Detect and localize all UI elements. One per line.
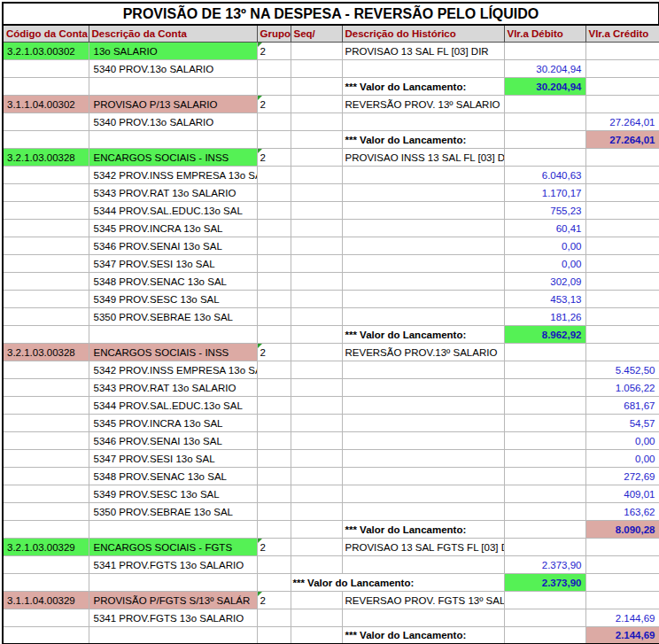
cell-account-name[interactable] bbox=[89, 574, 257, 592]
cell-seq[interactable] bbox=[291, 167, 342, 184]
cell-seq[interactable] bbox=[291, 468, 342, 485]
cell-account-name[interactable] bbox=[89, 78, 257, 96]
cell-account-name[interactable]: ENCARGOS SOCIAIS - FGTS bbox=[89, 539, 257, 556]
cell-seq[interactable] bbox=[291, 255, 342, 273]
cell-grupo[interactable] bbox=[257, 397, 291, 415]
cell-total-credit[interactable] bbox=[585, 78, 659, 96]
cell-debit[interactable] bbox=[504, 149, 585, 167]
cell-grupo[interactable] bbox=[257, 291, 291, 308]
cell-credit[interactable] bbox=[585, 308, 659, 326]
cell-debit[interactable] bbox=[504, 379, 585, 397]
cell-account-code[interactable] bbox=[3, 450, 89, 468]
cell-account-code[interactable] bbox=[3, 574, 89, 592]
cell-account-name[interactable]: 5340 PROV.13o SALARIO bbox=[89, 113, 257, 131]
cell-historic[interactable] bbox=[342, 291, 504, 308]
cell-historic[interactable] bbox=[342, 237, 504, 255]
cell-historic[interactable] bbox=[342, 361, 504, 379]
cell-seq[interactable] bbox=[291, 273, 342, 291]
cell-account-name[interactable]: 5350 PROV.SEBRAE 13o SAL bbox=[89, 503, 257, 521]
cell-account-code[interactable] bbox=[3, 556, 89, 574]
cell-grupo[interactable] bbox=[257, 184, 291, 202]
cell-seq[interactable] bbox=[291, 308, 342, 326]
cell-account-code[interactable] bbox=[3, 60, 89, 78]
valor-label-cell[interactable]: *** Valor do Lancamento: bbox=[342, 521, 504, 539]
cell-account-code[interactable] bbox=[3, 397, 89, 415]
cell-historic[interactable]: REVERSÃO PROV.13º SALARIO bbox=[342, 344, 504, 361]
valor-label-cell[interactable]: *** Valor do Lancamento: bbox=[342, 78, 504, 96]
cell-account-code[interactable] bbox=[3, 627, 89, 644]
cell-total-credit[interactable] bbox=[585, 326, 659, 344]
cell-account-code[interactable] bbox=[3, 202, 89, 220]
cell-debit[interactable]: 0,00 bbox=[504, 255, 585, 273]
cell-credit[interactable]: 272,69 bbox=[585, 468, 659, 485]
cell-debit[interactable]: 2.373,90 bbox=[504, 556, 585, 574]
cell-grupo[interactable] bbox=[257, 609, 291, 627]
cell-grupo[interactable] bbox=[257, 167, 291, 184]
cell-historic[interactable]: PROVISAO 13 SAL FL [03] DIR bbox=[342, 43, 504, 60]
cell-credit[interactable]: 163,62 bbox=[585, 503, 659, 521]
cell-seq[interactable] bbox=[291, 96, 342, 113]
cell-debit[interactable]: 0,00 bbox=[504, 237, 585, 255]
cell-account-code[interactable] bbox=[3, 78, 89, 96]
cell-credit[interactable]: 5.452,50 bbox=[585, 361, 659, 379]
cell-debit[interactable]: 6.040,63 bbox=[504, 167, 585, 184]
cell-seq[interactable] bbox=[291, 326, 342, 344]
cell-grupo[interactable] bbox=[257, 131, 291, 149]
cell-credit[interactable] bbox=[585, 273, 659, 291]
cell-account-name[interactable]: ENCARGOS SOCIAIS - INSS bbox=[89, 344, 257, 361]
cell-debit[interactable]: 755,23 bbox=[504, 202, 585, 220]
cell-seq[interactable] bbox=[291, 609, 342, 627]
cell-debit[interactable]: 453,13 bbox=[504, 291, 585, 308]
cell-debit[interactable]: 302,09 bbox=[504, 273, 585, 291]
cell-grupo[interactable]: 2 bbox=[257, 96, 291, 113]
cell-debit[interactable]: 1.170,17 bbox=[504, 184, 585, 202]
cell-historic[interactable] bbox=[342, 503, 504, 521]
cell-account-name[interactable]: ENCARGOS SOCIAIS - INSS bbox=[89, 149, 257, 167]
cell-credit[interactable] bbox=[585, 592, 659, 609]
cell-debit[interactable] bbox=[504, 468, 585, 485]
cell-account-code[interactable] bbox=[3, 273, 89, 291]
cell-account-code[interactable] bbox=[3, 361, 89, 379]
cell-account-name[interactable]: 5342 PROV.INSS EMPRESA 13o SA bbox=[89, 167, 257, 184]
cell-debit[interactable] bbox=[504, 96, 585, 113]
cell-account-code[interactable] bbox=[3, 167, 89, 184]
cell-debit[interactable] bbox=[504, 539, 585, 556]
cell-debit[interactable]: 60,41 bbox=[504, 220, 585, 237]
cell-seq[interactable] bbox=[291, 415, 342, 432]
cell-account-code[interactable] bbox=[3, 113, 89, 131]
cell-debit[interactable] bbox=[504, 415, 585, 432]
cell-account-name[interactable]: 5344 PROV.SAL.EDUC.13o SAL bbox=[89, 397, 257, 415]
cell-account-name[interactable]: 5343 PROV.RAT 13o SALARIO bbox=[89, 379, 257, 397]
cell-account-name[interactable]: 5347 PROV.SESI 13o SAL bbox=[89, 450, 257, 468]
cell-grupo[interactable]: 2 bbox=[257, 149, 291, 167]
cell-credit[interactable]: 2.144,69 bbox=[585, 609, 659, 627]
cell-grupo[interactable] bbox=[257, 220, 291, 237]
cell-debit[interactable] bbox=[504, 592, 585, 609]
cell-account-code[interactable]: 3.1.1.04.00302 bbox=[3, 96, 89, 113]
cell-historic[interactable]: PROVISAO 13 SAL FGTS FL [03] DI bbox=[342, 539, 504, 556]
cell-grupo[interactable] bbox=[257, 237, 291, 255]
cell-account-code[interactable] bbox=[3, 609, 89, 627]
cell-account-name[interactable]: PROVISAO P/13 SALARIO bbox=[89, 96, 257, 113]
cell-account-code[interactable]: 3.2.1.03.00302 bbox=[3, 43, 89, 60]
cell-historic[interactable] bbox=[342, 184, 504, 202]
cell-grupo[interactable] bbox=[257, 485, 291, 503]
valor-label-cell[interactable]: *** Valor do Lancamento: bbox=[342, 326, 504, 344]
cell-debit[interactable] bbox=[504, 397, 585, 415]
cell-historic[interactable] bbox=[342, 202, 504, 220]
cell-account-name[interactable] bbox=[89, 521, 257, 539]
cell-credit[interactable] bbox=[585, 344, 659, 361]
cell-seq[interactable] bbox=[291, 131, 342, 149]
cell-debit[interactable] bbox=[504, 609, 585, 627]
cell-account-code[interactable] bbox=[3, 485, 89, 503]
cell-account-name[interactable]: 5341 PROV.FGTS 13o SALARIO bbox=[89, 609, 257, 627]
cell-total-debit[interactable]: 8.962,92 bbox=[504, 326, 585, 344]
cell-account-name[interactable]: 5345 PROV.INCRA 13o SAL bbox=[89, 415, 257, 432]
cell-credit[interactable] bbox=[585, 220, 659, 237]
cell-account-code[interactable] bbox=[3, 432, 89, 450]
cell-seq[interactable] bbox=[291, 113, 342, 131]
cell-credit[interactable]: 681,67 bbox=[585, 397, 659, 415]
cell-account-code[interactable] bbox=[3, 503, 89, 521]
cell-total-credit[interactable] bbox=[585, 574, 659, 592]
cell-grupo[interactable]: 2 bbox=[257, 592, 291, 609]
